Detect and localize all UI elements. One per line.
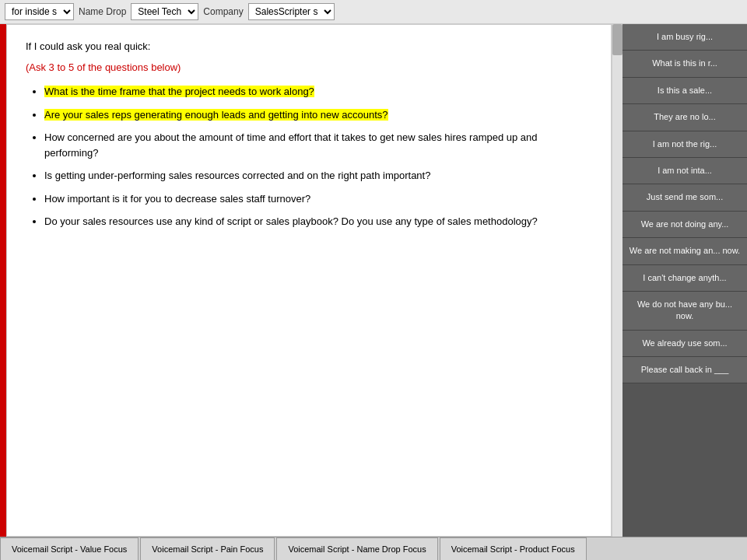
bottom-tab[interactable]: Voicemail Script - Value Focus <box>0 537 139 560</box>
intro-text: If I could ask you real quick: <box>26 40 592 52</box>
objection-button[interactable]: What is this in r... <box>622 51 747 77</box>
objection-button[interactable]: I am not the rig... <box>622 131 747 158</box>
namedrop-label: Name Drop <box>79 6 126 17</box>
script-panel[interactable]: If I could ask you real quick: (Ask 3 to… <box>6 24 612 537</box>
bottom-tab[interactable]: Voicemail Script - Name Drop Focus <box>276 537 437 560</box>
main-area: If I could ask you real quick: (Ask 3 to… <box>0 24 747 537</box>
company-label: Company <box>203 6 243 17</box>
objection-button[interactable]: Please call back in ___ <box>622 357 747 383</box>
question-item: Are your sales reps generating enough le… <box>44 107 592 123</box>
objection-sidebar: I am busy rig...What is this in r...Is t… <box>622 24 747 537</box>
question-item: How important is it for you to decrease … <box>44 191 592 207</box>
objection-button[interactable]: I am busy rig... <box>622 24 747 51</box>
bottom-tabs: Voicemail Script - Value FocusVoicemail … <box>0 537 747 560</box>
objection-button[interactable]: We are not making an... now. <box>622 238 747 264</box>
question-item: What is the time frame that the project … <box>44 84 592 100</box>
scrollbar-thumb <box>612 24 622 55</box>
objection-button[interactable]: I can't change anyth... <box>622 265 747 292</box>
script-scrollbar[interactable] <box>612 24 622 537</box>
question-item: How concerned are you about the amount o… <box>44 130 592 160</box>
objection-button[interactable]: I am not inta... <box>622 158 747 184</box>
objection-button[interactable]: They are no lo... <box>622 104 747 131</box>
company-select[interactable]: Steel Tech <box>131 3 198 20</box>
bottom-tab[interactable]: Voicemail Script - Product Focus <box>440 537 587 560</box>
left-indicator <box>0 24 6 537</box>
objection-button[interactable]: We are not doing any... <box>622 212 747 238</box>
objection-button[interactable]: We do not have any bu... now. <box>622 292 747 331</box>
toolbar: for inside s Name Drop Steel Tech Compan… <box>0 0 747 24</box>
ask-note: (Ask 3 to 5 of the questions below) <box>26 61 592 73</box>
questions-list: What is the time frame that the project … <box>26 84 592 229</box>
objection-button[interactable]: Is this a sale... <box>622 78 747 104</box>
script-select[interactable]: SalesScripter s <box>248 3 335 20</box>
question-item: Is getting under-performing sales resour… <box>44 168 592 184</box>
objection-button[interactable]: We already use som... <box>622 331 747 357</box>
bottom-tab[interactable]: Voicemail Script - Pain Focus <box>140 537 275 560</box>
objection-button[interactable]: Just send me som... <box>622 184 747 211</box>
question-item: Do your sales resources use any kind of … <box>44 214 592 229</box>
perspective-select[interactable]: for inside s <box>5 3 74 20</box>
